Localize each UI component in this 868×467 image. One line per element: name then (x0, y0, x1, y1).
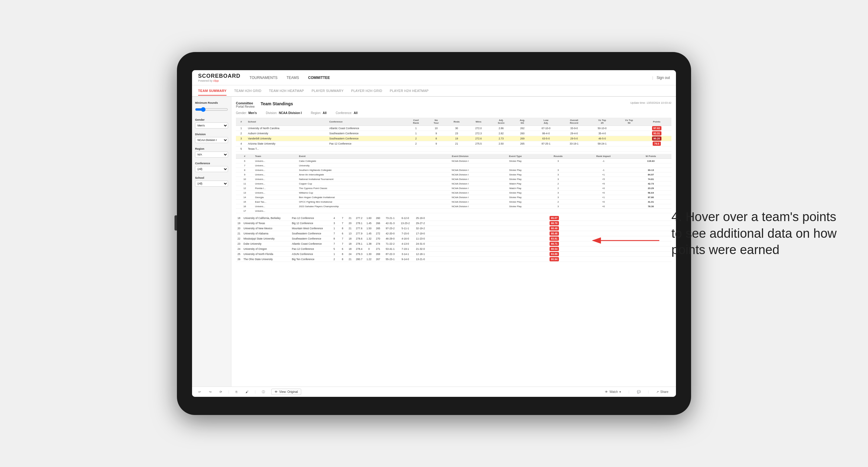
points[interactable]: 85.07 (437, 216, 672, 221)
view-original-button[interactable]: 👁 View: Original (271, 389, 301, 395)
watch-button[interactable]: 👁 Watch ▾ (602, 389, 624, 395)
low: 67-10-0 (532, 126, 560, 131)
sub-nav-player-summary[interactable]: PLAYER SUMMARY (311, 87, 344, 95)
no-tour: 8 (427, 136, 446, 141)
side-button[interactable] (175, 215, 177, 230)
bottom-toolbar: ↩ ↪ ⟳ | ⎘ 🖌 | ⓘ 👁 View: Original 👁 Watch… (192, 386, 676, 397)
vs-top25: 24-31-0 (413, 241, 428, 247)
share-button[interactable]: ↗ Share (653, 389, 672, 395)
points[interactable]: 88.71 (437, 241, 672, 247)
top-nav: SCOREBOARD Powered by clipp TOURNAMENTS … (192, 70, 676, 85)
no-tour: 6 (339, 231, 346, 236)
d-rank: 7 (236, 163, 253, 168)
col-school: School (247, 118, 328, 126)
col-rank: # (236, 118, 247, 126)
undo-button[interactable]: ↩ (196, 389, 203, 395)
sub-nav-player-h2h-grid[interactable]: PLAYER H2H GRID (351, 87, 382, 95)
points[interactable]: 88.49 (437, 226, 672, 231)
conference-name: Southeastern Conference (290, 236, 330, 241)
list-item: 16 Univers... 2023 Sahalee Players Champ… (236, 204, 672, 209)
points[interactable]: 88.54 (437, 247, 672, 252)
detail-header-row: # Team Event Event Division Event Type R… (236, 154, 672, 159)
wins: 277.9 (354, 231, 365, 236)
conference-select[interactable]: (All) (195, 166, 228, 172)
points[interactable]: 90.20 (642, 136, 672, 141)
adj-score: 2.50 (490, 141, 513, 146)
min-rounds-slider[interactable] (195, 107, 228, 112)
detail-col-team: Team (253, 154, 297, 159)
sidebar-region: Region N/A (195, 147, 228, 158)
conf-rank: 8 (330, 236, 339, 241)
toolbar-sep1: | (228, 390, 229, 394)
nav-teams[interactable]: TEAMS (286, 74, 299, 81)
d-impact: +0 (577, 191, 630, 195)
sidebar-conference: Conference (All) (195, 162, 228, 172)
filter-region: Region: All (311, 111, 327, 115)
sub-nav-player-h2h-heatmap[interactable]: PLAYER H2H HEATMAP (390, 87, 429, 95)
list-item: 17 Univers... (236, 209, 672, 213)
conference-name: Southeastern Conference (328, 136, 406, 141)
no-tour: 9 (427, 131, 446, 136)
d-points: 119.63 (630, 159, 672, 163)
sub-nav-team-h2h-grid[interactable]: TEAM H2H GRID (234, 87, 261, 95)
points[interactable]: 97.02 (642, 126, 672, 131)
school-select[interactable]: (All) (195, 181, 228, 187)
wins: 278.6 (354, 236, 365, 241)
sub-nav-team-h2h-heatmap[interactable]: TEAM H2H HEATMAP (269, 87, 304, 95)
low: 97-23-2 (382, 226, 398, 231)
conf-rank: 1 (405, 131, 427, 136)
points[interactable]: 93.31 (642, 131, 672, 136)
d-impact: +1 (577, 195, 630, 199)
school-name: University of New Mexico (242, 226, 290, 231)
vs-top25: 17-19-0 (413, 231, 428, 236)
overall: 13-23-2 (398, 221, 413, 226)
nav-tournaments[interactable]: TOURNAMENTS (249, 74, 277, 81)
avg-sg: 272 (373, 231, 382, 236)
d-type: Stroke Play (491, 195, 539, 199)
standings-title: Team Standings (261, 101, 630, 106)
gender-select[interactable]: Men's (195, 123, 228, 129)
nav-divider: | (652, 75, 653, 80)
points[interactable]: 79.5 (642, 141, 672, 146)
sub-nav-team-summary[interactable]: TEAM SUMMARY (198, 87, 226, 96)
comment-icon: 💬 (637, 390, 641, 394)
vs-top25: 12-18-1 (413, 252, 428, 257)
comment-button[interactable]: 💬 (634, 389, 644, 395)
wins: 272.0 (467, 126, 490, 131)
redo-button[interactable]: ↪ (207, 389, 213, 395)
rank: 4 (236, 141, 247, 146)
table-row: 20 University of New Mexico Mountain Wes… (236, 226, 672, 231)
paint-button[interactable]: 🖌 (244, 389, 250, 395)
wins: 277.6 (354, 226, 365, 231)
refresh-button[interactable]: ⟳ (218, 389, 224, 395)
rnds: 21 (346, 226, 354, 231)
portal-sub: Portal Review (236, 105, 255, 108)
info-button[interactable]: ⓘ (260, 389, 267, 395)
d-rounds: 3 (539, 168, 577, 173)
no-tour: 7 (339, 221, 346, 226)
low: 46-29-0 (382, 236, 398, 241)
detail-col-div: Event Division (429, 154, 491, 159)
update-time-area: Update time: 13/03/2024 10:03:42 (630, 101, 672, 104)
d-type (491, 163, 539, 168)
rank: 5 (236, 146, 247, 152)
copy-button[interactable]: ⎘ (234, 389, 239, 395)
sign-out-link[interactable]: Sign out (657, 75, 670, 80)
points[interactable]: 83.81 (437, 236, 672, 241)
points[interactable]: 83.89 (437, 252, 672, 257)
overall: 6-12-0 (398, 216, 413, 221)
nav-committee[interactable]: COMMITTEE (308, 74, 330, 81)
conference-name: Atlantic Coast Conference (290, 241, 330, 247)
region-select[interactable]: N/A (195, 152, 228, 158)
nav-links: TOURNAMENTS TEAMS COMMITTEE (249, 74, 652, 81)
d-event: University (297, 163, 429, 168)
d-team: Univers... (253, 204, 297, 209)
avg-sg: 267 (373, 257, 382, 262)
points[interactable]: 88.48 (437, 231, 672, 236)
points[interactable]: 88.70 (437, 221, 672, 226)
d-rank: 13 (236, 191, 253, 195)
points[interactable]: 80.94 (437, 257, 672, 262)
division-select[interactable]: NCAA Division I (195, 137, 228, 143)
sidebar-region-label: Region (195, 147, 228, 150)
wins: 277.2 (354, 216, 365, 221)
